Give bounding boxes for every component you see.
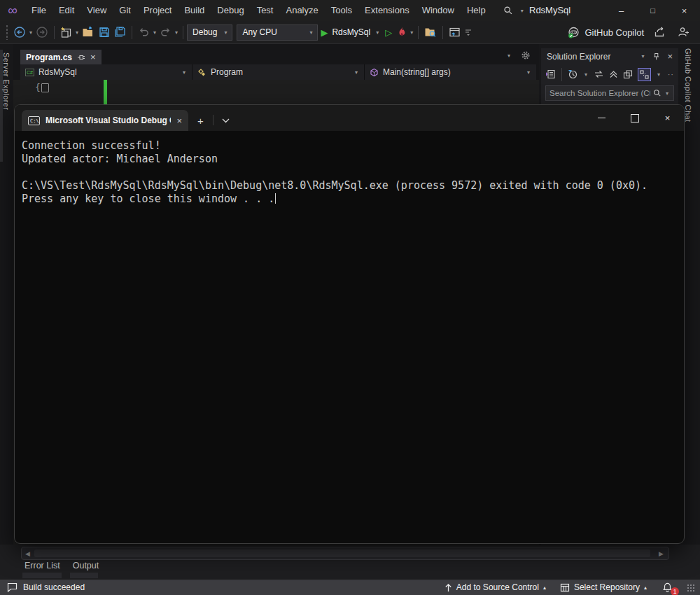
- code-line-1: { 1 using Devart.Data.MySql;: [13, 80, 539, 93]
- window-layout-button[interactable]: [447, 23, 463, 41]
- maximize-button[interactable]: □: [637, 0, 668, 21]
- sync-arrows-icon[interactable]: [594, 70, 604, 78]
- terminal-minimize-button[interactable]: [585, 105, 618, 131]
- close-button[interactable]: ×: [668, 0, 700, 21]
- member-dropdown[interactable]: Main(string[] args) ▾: [365, 64, 536, 80]
- menu-test[interactable]: Test: [251, 0, 280, 21]
- redo-history-chevron[interactable]: ▾: [174, 29, 179, 36]
- forward-arrow-icon: [36, 26, 48, 38]
- menu-help[interactable]: Help: [461, 0, 492, 21]
- tab-output[interactable]: Output: [73, 561, 99, 570]
- sync-chevron[interactable]: ▾: [656, 71, 662, 78]
- pin-icon[interactable]: [77, 53, 85, 62]
- hot-reload-chevron[interactable]: ▾: [409, 29, 414, 36]
- terminal-window-controls: ×: [585, 105, 684, 131]
- panel-menu-chevron[interactable]: ▾: [640, 53, 645, 59]
- github-copilot-chat-tab[interactable]: GitHub Copilot Chat: [684, 48, 692, 122]
- solution-search-input[interactable]: [550, 89, 650, 97]
- feedback-button[interactable]: [676, 23, 692, 41]
- tab-list-chevron[interactable]: ▾: [506, 52, 512, 59]
- close-panel-icon[interactable]: ×: [667, 51, 673, 62]
- collapse-all-icon[interactable]: [609, 70, 618, 78]
- menu-build[interactable]: Build: [178, 0, 211, 21]
- menu-project[interactable]: Project: [137, 0, 178, 21]
- save-all-button[interactable]: [112, 23, 128, 41]
- solution-platform-dropdown[interactable]: Any CPU ▾: [237, 24, 318, 41]
- terminal-maximize-button[interactable]: [618, 105, 651, 131]
- redo-button[interactable]: [158, 23, 174, 41]
- scroll-right-arrow[interactable]: ▶: [659, 550, 664, 557]
- scroll-left-arrow[interactable]: ◀: [25, 550, 30, 557]
- back-history-chevron[interactable]: ▾: [28, 29, 34, 36]
- toolbar-drag-handle[interactable]: [6, 24, 8, 40]
- run-target-label: RdsMySql: [332, 27, 370, 37]
- find-in-files-button[interactable]: [422, 23, 439, 41]
- solution-configuration-dropdown[interactable]: Debug ▾: [187, 24, 232, 41]
- properties-icon[interactable]: [623, 70, 633, 79]
- undo-history-chevron[interactable]: ▾: [152, 29, 158, 36]
- terminal-close-button[interactable]: ×: [651, 105, 684, 131]
- terminal-title-bar[interactable]: C:\ Microsoft Visual Studio Debug Consol…: [15, 105, 684, 131]
- share-button[interactable]: [652, 23, 668, 41]
- menu-debug[interactable]: Debug: [211, 0, 250, 21]
- new-project-button[interactable]: [58, 23, 74, 41]
- menu-tools[interactable]: Tools: [325, 0, 358, 21]
- close-terminal-tab-icon[interactable]: ×: [176, 115, 182, 126]
- resize-grip[interactable]: [687, 584, 694, 592]
- hot-reload-button[interactable]: [394, 23, 409, 41]
- save-all-icon: [114, 27, 126, 38]
- platform-label: Any CPU: [242, 27, 276, 37]
- horizontal-scrollbar[interactable]: ◀ ▶: [21, 547, 669, 560]
- menu-file[interactable]: File: [25, 0, 52, 21]
- type-dropdown[interactable]: Program ▾: [192, 64, 364, 80]
- new-terminal-tab-button[interactable]: +: [188, 110, 213, 131]
- start-without-debugging-button[interactable]: ▷: [383, 23, 394, 41]
- minimize-button[interactable]: –: [606, 0, 637, 21]
- menu-window[interactable]: Window: [416, 0, 461, 21]
- solution-explorer-header[interactable]: Solution Explorer ▾ ×: [541, 48, 678, 64]
- menu-git[interactable]: Git: [113, 0, 137, 21]
- server-explorer-tab[interactable]: Server Explorer: [2, 52, 10, 110]
- open-file-button[interactable]: [80, 23, 97, 41]
- tab-error-list[interactable]: Error List: [24, 561, 60, 570]
- menu-edit[interactable]: Edit: [52, 0, 80, 21]
- github-copilot-button[interactable]: GitHub Copilot: [568, 27, 644, 38]
- new-item-chevron[interactable]: ▾: [74, 29, 80, 36]
- terminal-tab[interactable]: C:\ Microsoft Visual Studio Debug Consol…: [22, 110, 188, 131]
- toolbar-overflow-dots[interactable]: ··: [668, 70, 674, 78]
- menu-analyze[interactable]: Analyze: [279, 0, 324, 21]
- add-source-control-label: Add to Source Control: [456, 582, 539, 592]
- undo-button[interactable]: [136, 23, 152, 41]
- start-debugging-button[interactable]: ▶ RdsMySql ▾: [321, 27, 380, 38]
- solution-search-box[interactable]: ▾: [545, 85, 674, 101]
- project-dropdown[interactable]: C# RdsMySql ▾: [20, 64, 192, 80]
- pin-icon[interactable]: [652, 52, 660, 61]
- close-tab-icon[interactable]: ×: [90, 52, 96, 62]
- navigate-forward-button[interactable]: [34, 23, 50, 41]
- scrollbar-thumb[interactable]: [34, 550, 650, 557]
- usings-collapse-icon[interactable]: {: [35, 80, 49, 94]
- add-to-source-control-button[interactable]: Add to Source Control ▴: [440, 582, 550, 592]
- save-button[interactable]: [97, 23, 112, 41]
- menu-view[interactable]: View: [80, 0, 113, 21]
- console-output[interactable]: Connection successful! Updated actor: Mi…: [15, 131, 684, 206]
- toolbar-options-icon: [465, 28, 472, 36]
- gear-icon[interactable]: [521, 50, 531, 60]
- search-options-chevron[interactable]: ▾: [664, 90, 670, 97]
- filter-chevron[interactable]: ▾: [583, 71, 589, 78]
- notifications-button[interactable]: 1: [657, 582, 678, 593]
- switch-views-icon[interactable]: [545, 69, 556, 79]
- pending-changes-filter-icon[interactable]: [568, 69, 578, 79]
- caret-up-icon: ▴: [644, 584, 647, 591]
- terminal-dropdown-button[interactable]: [214, 110, 238, 131]
- menu-extensions[interactable]: Extensions: [358, 0, 416, 21]
- quick-search[interactable]: ▾: [503, 6, 525, 15]
- sync-with-active-document-button[interactable]: [638, 68, 651, 81]
- type-name: Program: [211, 67, 243, 77]
- tab-program-cs[interactable]: Program.cs ×: [20, 50, 102, 64]
- toolbar-overflow-button[interactable]: [463, 23, 474, 41]
- navigate-back-button[interactable]: [11, 23, 28, 41]
- chevron-down-icon: ▾: [526, 69, 531, 76]
- select-repository-button[interactable]: Select Repository ▴: [556, 582, 651, 592]
- console-line: Press any key to close this window . . .: [22, 192, 684, 206]
